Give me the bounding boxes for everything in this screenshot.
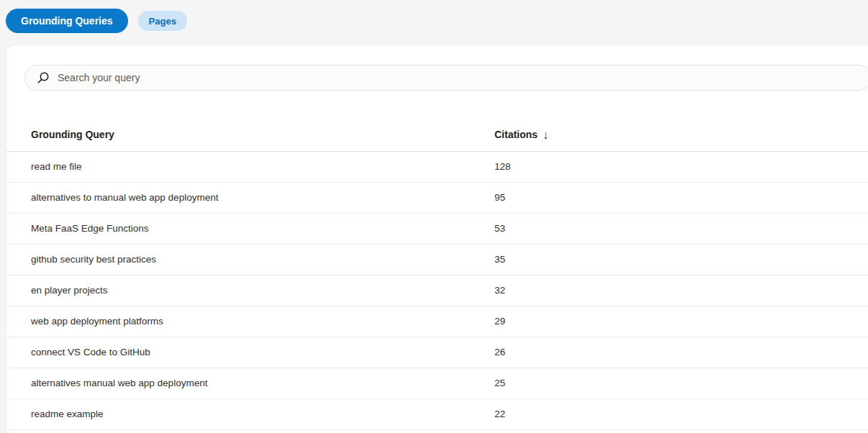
column-header-citations-label: Citations — [494, 129, 538, 140]
grounding-queries-table: Grounding Query Citations↓ read me file … — [6, 119, 868, 430]
query-cell: alternatives to manual web app deploymen… — [6, 182, 494, 213]
tab-pages[interactable]: Pages — [138, 11, 187, 31]
citations-cell: 26 — [494, 337, 868, 368]
tab-bar: Grounding Queries Pages — [6, 9, 187, 33]
search-box[interactable] — [24, 65, 868, 91]
table-row[interactable]: github security best practices 35 — [6, 244, 868, 275]
citations-cell: 22 — [494, 398, 868, 429]
query-cell: connect VS Code to GitHub — [6, 337, 494, 368]
table-row[interactable]: read me file 128 — [6, 151, 868, 182]
table-row[interactable]: en player projects 32 — [6, 275, 868, 306]
tab-grounding-queries[interactable]: Grounding Queries — [6, 9, 128, 33]
query-cell: alternatives manual web app deployment — [6, 368, 494, 398]
query-cell: en player projects — [6, 275, 494, 306]
citations-cell: 35 — [494, 244, 868, 275]
citations-cell: 95 — [494, 182, 868, 213]
query-cell: github security best practices — [6, 244, 494, 275]
search-icon — [35, 70, 50, 86]
query-cell: readme example — [6, 398, 494, 429]
query-cell: web app deployment platforms — [6, 306, 494, 337]
table-row[interactable]: readme example 22 — [6, 398, 868, 429]
content-card: Grounding Query Citations↓ read me file … — [6, 45, 868, 433]
column-header-grounding-query[interactable]: Grounding Query — [6, 119, 494, 151]
table-row[interactable]: alternatives manual web app deployment 2… — [6, 368, 868, 398]
citations-cell: 53 — [494, 213, 868, 244]
search-input[interactable] — [58, 72, 862, 83]
query-cell: read me file — [6, 151, 494, 182]
sort-descending-icon: ↓ — [543, 129, 548, 141]
citations-cell: 32 — [494, 275, 868, 306]
citations-cell: 29 — [494, 306, 868, 337]
citations-cell: 128 — [494, 151, 868, 182]
table-row[interactable]: alternatives to manual web app deploymen… — [6, 182, 868, 213]
citations-cell: 25 — [494, 368, 868, 398]
table-row[interactable]: web app deployment platforms 29 — [6, 306, 868, 337]
table-row[interactable]: Meta FaaS Edge Functions 53 — [6, 213, 868, 244]
table-row[interactable]: connect VS Code to GitHub 26 — [6, 337, 868, 368]
column-header-citations[interactable]: Citations↓ — [494, 119, 868, 151]
table-header-row: Grounding Query Citations↓ — [6, 119, 868, 151]
query-cell: Meta FaaS Edge Functions — [6, 213, 494, 244]
